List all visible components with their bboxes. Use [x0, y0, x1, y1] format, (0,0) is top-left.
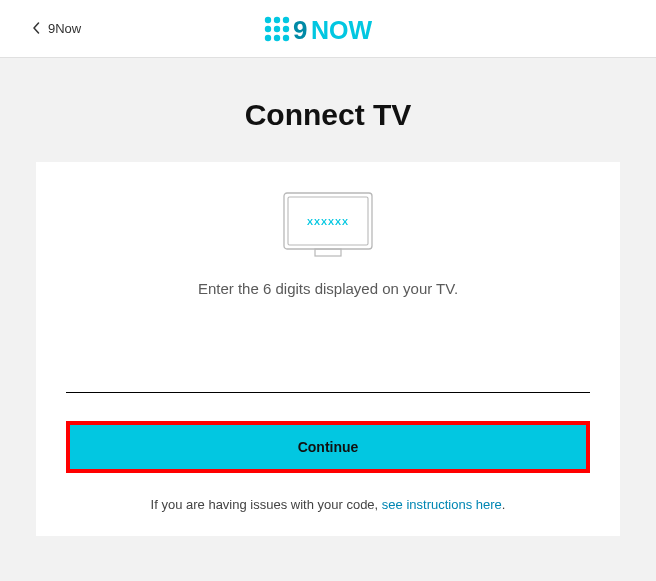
chevron-left-icon [32, 21, 40, 37]
instruction-text: Enter the 6 digits displayed on your TV. [66, 280, 590, 297]
tv-icon: XXXXXX [66, 192, 590, 260]
svg-point-5 [283, 25, 289, 31]
brand-logo: 9 NOW [263, 14, 393, 44]
help-prefix: If you are having issues with your code, [151, 497, 382, 512]
svg-point-2 [283, 16, 289, 22]
back-button[interactable]: 9Now [0, 21, 81, 37]
svg-point-8 [283, 34, 289, 40]
help-link[interactable]: see instructions here [382, 497, 502, 512]
app-header: 9Now 9 NOW [0, 0, 656, 58]
connect-card: XXXXXX Enter the 6 digits displayed on y… [36, 162, 620, 536]
svg-rect-12 [315, 249, 341, 256]
logo-text: NOW [311, 16, 373, 44]
svg-point-6 [265, 34, 271, 40]
continue-button[interactable]: Continue [70, 425, 586, 469]
svg-point-0 [265, 16, 271, 22]
svg-point-1 [274, 16, 280, 22]
main-content: Connect TV XXXXXX Enter the 6 digits dis… [0, 58, 656, 536]
continue-highlight: Continue [66, 421, 590, 473]
help-suffix: . [502, 497, 506, 512]
svg-point-4 [274, 25, 280, 31]
svg-text:9: 9 [293, 15, 307, 44]
back-label: 9Now [48, 21, 81, 36]
help-text: If you are having issues with your code,… [66, 497, 590, 512]
code-input[interactable] [66, 321, 590, 393]
svg-point-3 [265, 25, 271, 31]
tv-placeholder-text: XXXXXX [307, 217, 349, 227]
svg-point-7 [274, 34, 280, 40]
page-title: Connect TV [36, 98, 620, 132]
